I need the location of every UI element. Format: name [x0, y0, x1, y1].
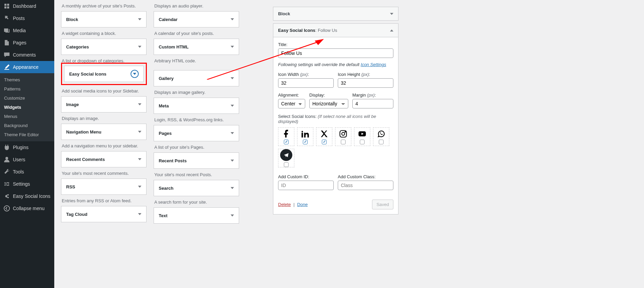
sidebar-sub-themes[interactable]: Themes — [0, 75, 54, 84]
chevron-down-icon — [390, 13, 393, 15]
widget-title: Meta — [159, 103, 169, 108]
icon-option-linkedin[interactable] — [297, 127, 313, 146]
widget-title: Recent Comments — [66, 157, 105, 162]
sidebar-sub-patterns[interactable]: Patterns — [0, 84, 54, 94]
widget-gallery[interactable]: Gallery — [154, 70, 239, 86]
icon-option-telegram[interactable] — [278, 149, 294, 167]
checkbox-icon[interactable] — [284, 162, 289, 167]
sidebar-item-dashboard[interactable]: Dashboard — [0, 0, 54, 12]
telegram-icon — [283, 152, 289, 158]
widget-recent-comments[interactable]: Recent Comments — [61, 151, 147, 167]
separator: | — [292, 202, 296, 207]
sidebar-item-label: Users — [13, 157, 25, 162]
sidebar-item-users[interactable]: Users — [0, 153, 54, 166]
chevron-down-icon — [231, 77, 234, 79]
sidebar-item-collapse[interactable]: Collapse menu — [0, 202, 54, 214]
display-select[interactable]: Horizontally — [309, 99, 348, 108]
widget-title: RSS — [66, 184, 75, 189]
sidebar-item-tools[interactable]: Tools — [0, 166, 54, 178]
widget-rss[interactable]: RSS — [61, 179, 147, 195]
dashboard-icon — [3, 3, 10, 9]
widget-desc: Add a navigation menu to your sidebar. — [62, 143, 147, 148]
checkbox-icon[interactable] — [360, 140, 365, 144]
chevron-down-icon — [138, 213, 141, 215]
alignment-select[interactable]: Center — [278, 99, 305, 108]
settings-icon — [3, 181, 10, 187]
svg-point-5 — [345, 131, 346, 132]
custom-class-input[interactable] — [338, 181, 393, 190]
sidebar-item-posts[interactable]: Posts — [0, 12, 54, 24]
checkbox-icon[interactable] — [284, 140, 289, 144]
widget-title: Navigation Menu — [66, 129, 101, 135]
icon-option-youtube[interactable] — [354, 127, 370, 146]
sidebar-item-comments[interactable]: Comments — [0, 49, 54, 61]
margin-input[interactable] — [352, 99, 393, 108]
widget-image[interactable]: Image — [61, 96, 147, 112]
widget-title: Text — [159, 213, 168, 218]
sidebar-item-appearance[interactable]: Appearance — [0, 61, 54, 73]
icon-option-instagram[interactable] — [335, 127, 351, 146]
facebook-icon — [282, 129, 291, 138]
widget-desc: Displays an audio player. — [154, 3, 240, 8]
icon-option-whatsapp[interactable] — [373, 127, 389, 146]
sidebar-sub-menus[interactable]: Menus — [0, 112, 54, 121]
title-input[interactable] — [278, 48, 393, 58]
widget-title: Search — [159, 186, 173, 191]
sidebar-item-label: Easy Social Icons — [13, 193, 51, 199]
sidebar-item-settings[interactable]: Settings — [0, 178, 54, 190]
widget-desc: Your site's most recent comments. — [62, 171, 147, 176]
sidebar-item-label: Dashboard — [13, 3, 36, 9]
settings-hint: Following settings will override the def… — [278, 62, 393, 67]
sidebar-sub-theme-file-editor[interactable]: Theme File Editor — [0, 130, 54, 139]
widget-custom-html[interactable]: Custom HTML — [154, 39, 239, 55]
content-area: A monthly archive of your site's Posts. … — [54, 0, 644, 288]
widget-pages[interactable]: Pages — [154, 125, 239, 141]
expand-toggle[interactable] — [131, 70, 139, 78]
checkbox-icon[interactable] — [379, 140, 384, 144]
sidebar-item-label: Settings — [13, 181, 30, 187]
sidebar-item-easy-social-icons[interactable]: Easy Social Icons — [0, 190, 54, 202]
icon-settings-link[interactable]: Icon Settings — [361, 62, 386, 67]
widget-block[interactable]: Block — [61, 11, 147, 27]
chevron-down-icon — [231, 214, 234, 217]
widget-meta[interactable]: Meta — [154, 98, 239, 114]
delete-link[interactable]: Delete — [278, 202, 291, 207]
svg-point-0 — [4, 206, 9, 211]
widget-easy-social-icons[interactable]: Easy Social Icons — [64, 66, 144, 82]
x-icon — [320, 129, 329, 138]
icon-height-input[interactable] — [338, 78, 393, 88]
sidebar-widget-block-collapsed[interactable]: Block — [273, 7, 398, 21]
widget-calendar[interactable]: Calendar — [154, 11, 239, 27]
checkbox-icon[interactable] — [322, 140, 327, 144]
icon-option-facebook[interactable] — [278, 127, 294, 146]
sidebar-sub-widgets[interactable]: Widgets — [0, 103, 54, 112]
widget-desc: Entries from any RSS or Atom feed. — [62, 198, 147, 203]
sidebar-item-pages[interactable]: Pages — [0, 37, 54, 49]
widget-tag-cloud[interactable]: Tag Cloud — [61, 206, 147, 222]
custom-id-input[interactable] — [278, 181, 334, 190]
widget-categories[interactable]: Categories — [61, 39, 147, 55]
widget-recent-posts[interactable]: Recent Posts — [154, 152, 239, 169]
widget-text[interactable]: Text — [154, 207, 239, 224]
panel-title: Block — [278, 11, 290, 16]
widget-navigation-menu[interactable]: Navigation Menu — [61, 124, 147, 140]
icon-width-input[interactable] — [278, 78, 334, 88]
sidebar-sub-customize[interactable]: Customize — [0, 94, 54, 103]
margin-label: Margin (px): — [352, 92, 393, 98]
widget-title: Tag Cloud — [66, 212, 87, 217]
sidebar-item-label: Tools — [13, 169, 24, 174]
sidebar-item-plugins[interactable]: Plugins — [0, 141, 54, 153]
checkbox-icon[interactable] — [303, 140, 308, 144]
icon-option-twitter-x[interactable] — [316, 127, 332, 146]
sidebar-item-media[interactable]: Media — [0, 24, 54, 37]
admin-sidebar: Dashboard Posts Media Pages Comments App… — [0, 0, 54, 288]
panel-header[interactable]: Easy Social Icons: Follow Us — [273, 24, 398, 37]
checkbox-icon[interactable] — [341, 140, 346, 144]
chevron-down-icon — [138, 46, 141, 48]
custom-id-label: Add Custom ID: — [278, 174, 334, 179]
brush-icon — [3, 64, 10, 70]
alignment-label: Alignment: — [278, 92, 305, 98]
widget-search[interactable]: Search — [154, 180, 239, 196]
sidebar-sub-background[interactable]: Background — [0, 121, 54, 130]
done-link[interactable]: Done — [297, 202, 308, 207]
